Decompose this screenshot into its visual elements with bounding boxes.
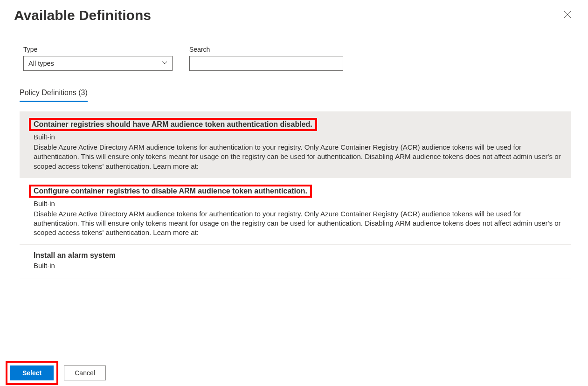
search-label: Search [189, 46, 343, 53]
policy-description: Disable Azure Active Directory ARM audie… [34, 209, 565, 238]
type-label: Type [23, 46, 173, 53]
select-button[interactable]: Select [10, 365, 54, 380]
policy-description: Disable Azure Active Directory ARM audie… [34, 143, 565, 171]
filter-row: Type All types Search [0, 27, 588, 80]
footer-actions: Select Cancel [0, 361, 106, 386]
search-filter-group: Search [189, 46, 343, 71]
close-icon[interactable] [561, 8, 574, 23]
policy-type: Built-in [34, 200, 565, 207]
highlight-box: Select [6, 361, 58, 385]
tab-policy-definitions[interactable]: Policy Definitions (3) [20, 89, 88, 102]
policy-item[interactable]: Configure container registries to disabl… [20, 178, 571, 245]
highlight-box: Configure container registries to disabl… [29, 185, 312, 198]
policy-type: Built-in [34, 133, 565, 141]
policy-list[interactable]: Container registries should have ARM aud… [20, 111, 571, 326]
panel-header: Available Definitions [0, 0, 588, 27]
type-select[interactable]: All types [23, 56, 173, 71]
type-filter-group: Type All types [23, 46, 173, 71]
search-input[interactable] [189, 56, 343, 71]
policy-type: Built-in [34, 262, 565, 269]
policy-title: Configure container registries to disabl… [34, 185, 565, 198]
policy-title: Container registries should have ARM aud… [34, 118, 565, 131]
policy-item[interactable]: Container registries should have ARM aud… [20, 111, 571, 178]
tab-row: Policy Definitions (3) [0, 80, 588, 102]
policy-title: Install an alarm system [34, 251, 565, 260]
highlight-box: Container registries should have ARM aud… [29, 118, 317, 131]
page-title: Available Definitions [14, 7, 151, 23]
policy-item[interactable]: Install an alarm system Built-in [20, 245, 571, 278]
chevron-down-icon [162, 60, 167, 67]
type-select-value: All types [28, 60, 54, 67]
cancel-button[interactable]: Cancel [64, 365, 106, 380]
